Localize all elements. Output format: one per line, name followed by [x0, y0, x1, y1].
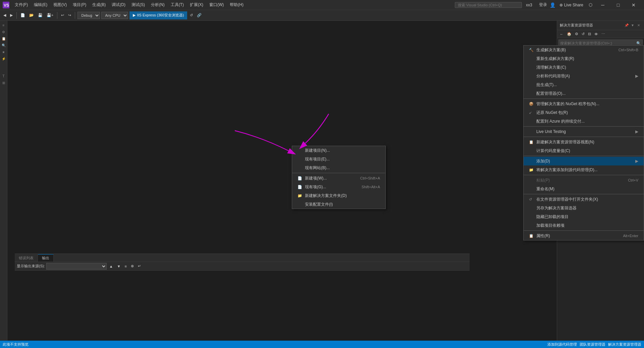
ctx-add[interactable]: 添加(D) ▶ — [524, 157, 644, 165]
ctx-batch-build[interactable]: 批生成(T)... — [524, 80, 644, 89]
ctx-analyze[interactable]: 分析和代码清理(A) ▶ — [524, 72, 644, 80]
run-button[interactable]: ▶ IIS Express (360安全浏览器) — [129, 11, 187, 19]
refresh-button[interactable]: ↺ — [189, 11, 194, 19]
analyze-arrow-icon: ▶ — [635, 74, 638, 78]
panel-nav-back[interactable]: ← — [558, 30, 565, 38]
ctx-hide-unloaded[interactable]: 隐藏已卸载的项目 — [524, 212, 644, 221]
output-filter-button[interactable]: ≡ — [123, 262, 128, 270]
ctx-azure[interactable]: 配置到 Azure 的持续交付... — [524, 117, 644, 126]
sidebar-icon-5[interactable]: ★ — [1, 49, 7, 55]
panel-pin-button[interactable]: 📌 — [624, 23, 629, 28]
open-button[interactable]: 📂 — [28, 11, 35, 19]
sidebar-icon-3[interactable]: 📋 — [1, 36, 7, 42]
output-next-button[interactable]: ▼ — [116, 262, 122, 270]
save-button[interactable]: 💾 — [37, 11, 44, 19]
menu-analyze[interactable]: 分析(N) — [148, 1, 167, 8]
solution-panel-title: 解决方案资源管理器 — [560, 23, 624, 28]
menu-test[interactable]: 测试(S) — [129, 1, 148, 8]
platform-select[interactable]: Any CPU — [101, 12, 128, 19]
forward-button[interactable]: ▶ — [9, 11, 14, 19]
sidebar-icon-1[interactable]: ≡ — [1, 22, 7, 28]
ctx-rename[interactable]: 重命名(M) — [524, 185, 644, 193]
add-existing-item[interactable]: 📄 现有项(G)... Shift+Alt+A — [292, 183, 385, 191]
panel-settings[interactable]: ⚙ — [574, 30, 580, 38]
solution-explorer-link[interactable]: 解决方案资源管理器 — [608, 342, 641, 347]
panel-home[interactable]: 🏠 — [566, 30, 573, 38]
menu-view[interactable]: 视图(V) — [51, 1, 69, 8]
menu-project[interactable]: 项目(P) — [70, 1, 89, 8]
add-source-control-link[interactable]: 添加到源代码管理 — [547, 342, 577, 347]
add-new-project[interactable]: 新建项目(N)... — [292, 146, 385, 155]
output-wrap-button[interactable]: ↵ — [137, 262, 142, 270]
sidebar-icon-2[interactable]: ⚙ — [1, 29, 7, 35]
sidebar-icon-8[interactable]: ⊞ — [1, 80, 7, 86]
output-prev-button[interactable]: ▲ — [108, 262, 114, 270]
debug-config-select[interactable]: Debug — [77, 12, 100, 19]
add-existing-project[interactable]: 现有项目(E)... — [292, 155, 385, 163]
tab-error-list[interactable]: 错误列表 — [15, 255, 38, 262]
debug-attach-button[interactable]: 🔗 — [196, 11, 203, 19]
menu-tools[interactable]: 工具(T) — [168, 1, 186, 8]
panel-collapse[interactable]: ⊟ — [587, 30, 592, 38]
panel-more[interactable]: ⋯ — [600, 30, 606, 38]
ctx-calc-metrics[interactable]: 计算代码度量值(C) — [524, 146, 644, 155]
menu-edit[interactable]: 编辑(E) — [31, 1, 50, 8]
ctx-shortcut-paste: Ctrl+V — [628, 178, 638, 182]
menu-window[interactable]: 窗口(W) — [207, 1, 226, 8]
menu-extensions[interactable]: 扩展(X) — [187, 1, 206, 8]
output-clear-button[interactable]: ⊗ — [129, 262, 135, 270]
login-button[interactable]: 登录 — [539, 2, 547, 8]
panel-refresh[interactable]: ↺ — [580, 30, 586, 38]
panel-close-button[interactable]: ✕ — [636, 23, 641, 28]
add-existing-project-label: 现有项目(E)... — [305, 156, 330, 162]
add-new-item[interactable]: 📄 新建项(W)... Ctrl+Shift+A — [292, 174, 385, 183]
undo-button[interactable]: ↩ — [60, 11, 65, 19]
ctx-label-batch: 批生成(T)... — [536, 82, 557, 88]
minimize-button[interactable]: ─ — [595, 0, 610, 10]
add-new-folder[interactable]: 📁 新建解决方案文件夹(D) — [292, 191, 385, 200]
menu-file[interactable]: 文件(F) — [12, 1, 31, 8]
menu-debug[interactable]: 调试(D) — [109, 1, 128, 8]
svg-text:VS: VS — [4, 3, 9, 8]
live-share-button[interactable]: ⊕ ⊕ Live Share Live Share — [557, 2, 586, 8]
props-icon: 📋 — [529, 234, 534, 238]
panel-show-all[interactable]: 👁 — [593, 30, 599, 38]
panel-dropdown-button[interactable]: ▼ — [630, 23, 635, 28]
menu-help[interactable]: 帮助(H) — [227, 1, 246, 8]
ctx-properties[interactable]: 📋 属性(R) Alt+Enter — [524, 231, 644, 240]
run-label: IIS Express (360安全浏览器) — [137, 13, 184, 18]
output-content — [15, 271, 470, 341]
add-install-config[interactable]: 安装配置文件(I) — [292, 200, 385, 209]
ctx-config-manager[interactable]: 配置管理器(O)... — [524, 89, 644, 98]
ctx-rebuild[interactable]: 重新生成解决方案(R) — [524, 54, 644, 63]
sidebar-icon-7[interactable]: T — [1, 73, 7, 79]
maximize-button[interactable]: □ — [610, 0, 626, 10]
redo-button[interactable]: ↪ — [67, 11, 72, 19]
ctx-nuget[interactable]: 📦 管理解决方案的 NuGet 程序包(N)... — [524, 99, 644, 108]
ctx-paste[interactable]: 粘贴(P) Ctrl+V — [524, 176, 644, 185]
output-source-select[interactable] — [46, 263, 107, 270]
ctx-clean[interactable]: 清理解决方案(C) — [524, 63, 644, 72]
sidebar-icon-4[interactable]: 🔍 — [1, 42, 7, 48]
tab-output[interactable]: 输出 — [38, 254, 54, 262]
save-all-button[interactable]: 💾+ — [45, 11, 55, 19]
ctx-open-explorer[interactable]: ↺ 在文件资源管理器中打开文件夹(X) — [524, 195, 644, 204]
title-search-input[interactable] — [455, 2, 522, 8]
back-button[interactable]: ◀ — [2, 11, 7, 19]
ctx-add-to-source[interactable]: 📁 将解决方案添加到源代码管理(D)... — [524, 165, 644, 174]
sidebar-icon-6[interactable]: ⚡ — [1, 56, 7, 62]
ctx-new-explorer-view[interactable]: 📋 新建解决方案资源管理器视图(N) — [524, 138, 644, 146]
menu-build[interactable]: 生成(B) — [90, 1, 108, 8]
ctx-load-deps[interactable]: 加载项目依赖项 — [524, 221, 644, 230]
team-explorer-link[interactable]: 团队资源管理器 — [580, 342, 605, 347]
ctx-label-rebuild: 重新生成解决方案(R) — [536, 56, 574, 62]
new-file-button[interactable]: 📄 — [19, 11, 26, 19]
ctx-save-filter[interactable]: 另存为解决方案筛选器 — [524, 204, 644, 212]
ctx-build-solution[interactable]: 🔨 生成解决方案(B) Ctrl+Shift+B — [524, 46, 644, 54]
panel-search-input[interactable] — [560, 41, 636, 45]
close-button[interactable]: ✕ — [626, 0, 641, 10]
ctx-restore-nuget[interactable]: ↙ 还原 NuGet 包(R) — [524, 108, 644, 117]
toolbar-sep-1 — [16, 12, 17, 19]
ctx-live-unit[interactable]: Live Unit Testing ▶ — [524, 127, 644, 136]
add-existing-website[interactable]: 现有网站(B)... — [292, 163, 385, 172]
